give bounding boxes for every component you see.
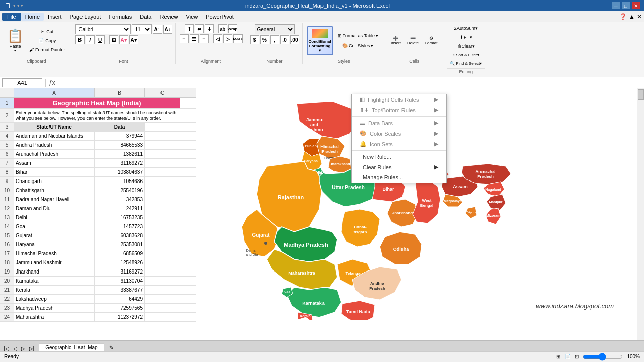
header-cell-data[interactable]: Data	[95, 123, 145, 131]
menu-page-layout[interactable]: Page Layout	[66, 13, 105, 21]
dropdown-item-colorscales[interactable]: 🎨 Color Scales ▶	[352, 128, 446, 139]
normal-view-icon[interactable]: ⊞	[556, 354, 560, 359]
minimize-button[interactable]: ─	[612, 2, 620, 9]
underline-button[interactable]: U	[96, 35, 105, 44]
dropdown-item-clearrules[interactable]: Clear Rules ▶	[352, 162, 446, 172]
tab-prev-button[interactable]: ◁	[12, 346, 19, 351]
data-cell[interactable]: 16753235	[95, 213, 145, 222]
cell-styles-button[interactable]: 🎨Cell Styles▾	[335, 42, 381, 50]
data-cell[interactable]: 1382611	[95, 150, 145, 158]
state-cell[interactable]: Goa	[14, 222, 95, 231]
find-select-button[interactable]: 🔍 Find & Select▾	[447, 60, 485, 67]
percent-button[interactable]: %	[260, 35, 269, 44]
format-as-table-button[interactable]: ⊞Format as Table▾	[335, 32, 381, 40]
data-cell[interactable]: 84665533	[95, 141, 145, 149]
comma-button[interactable]: ,	[270, 35, 279, 44]
decrease-font-button[interactable]: A↓	[163, 25, 172, 34]
menu-data[interactable]: Data	[136, 13, 155, 21]
align-top-button[interactable]: ⬆	[185, 24, 194, 33]
align-left-button[interactable]: ≡	[180, 34, 189, 43]
italic-button[interactable]: I	[86, 35, 95, 44]
minimize-ribbon-icon[interactable]: ▲	[629, 13, 635, 20]
menu-view[interactable]: View	[182, 13, 202, 21]
state-cell[interactable]: Daman and Diu	[14, 204, 95, 213]
data-cell[interactable]: 103804637	[95, 168, 145, 176]
tab-next-button[interactable]: ▷	[20, 346, 27, 351]
sheet-tab-main[interactable]: Geographic_Heat_Map	[39, 343, 104, 351]
state-cell[interactable]: Arunachal Pradesh	[14, 150, 95, 158]
col-header-c[interactable]: C	[145, 88, 180, 97]
data-cell[interactable]: 1457723	[95, 222, 145, 231]
font-size-select[interactable]: 11	[132, 24, 152, 34]
cut-button[interactable]: ✂Cut	[27, 28, 68, 36]
tab-last-button[interactable]: ▷|	[28, 346, 36, 351]
format-painter-button[interactable]: 🖌Format Painter	[27, 46, 68, 54]
data-cell[interactable]: 112372972	[95, 313, 145, 321]
align-middle-button[interactable]: ⬌	[195, 24, 204, 33]
font-family-select[interactable]: Calibri	[75, 24, 131, 34]
col-header-a[interactable]: A	[14, 88, 95, 97]
state-cell[interactable]: Gujarat	[14, 231, 95, 240]
merge-center-button[interactable]: M&C	[233, 34, 243, 43]
page-layout-icon[interactable]: 📄	[565, 354, 571, 359]
state-cell[interactable]: Kerala	[14, 286, 95, 294]
increase-decimal-button[interactable]: .00	[290, 35, 299, 44]
bold-button[interactable]: B	[75, 35, 85, 44]
state-cell[interactable]: Lakshadweep	[14, 295, 95, 303]
data-cell[interactable]: 64429	[95, 295, 145, 303]
menu-formulas[interactable]: Formulas	[105, 13, 136, 21]
maximize-button[interactable]: □	[622, 2, 630, 9]
data-cell[interactable]: 31169272	[95, 267, 145, 276]
page-break-icon[interactable]: ⊡	[575, 354, 579, 359]
menu-file[interactable]: File	[2, 13, 21, 21]
data-cell[interactable]: 12548926	[95, 258, 145, 267]
tab-first-button[interactable]: |◁	[2, 346, 11, 351]
name-box[interactable]	[2, 78, 42, 87]
state-cell[interactable]: Delhi	[14, 213, 95, 222]
sort-filter-button[interactable]: ↕ Sort & Filter▾	[450, 51, 481, 59]
menu-insert[interactable]: Insert	[44, 13, 66, 21]
data-cell[interactable]: 379944	[95, 132, 145, 140]
dropdown-item-newrule[interactable]: New Rule...	[352, 152, 446, 162]
state-cell[interactable]: Himachal Pradesh	[14, 249, 95, 258]
paste-button[interactable]: 📋 Paste ▾	[5, 26, 25, 56]
dropdown-item-managerules[interactable]: Manage Rules...	[352, 172, 446, 183]
data-cell[interactable]: 60383628	[95, 231, 145, 240]
increase-indent-button[interactable]: ▷	[223, 34, 232, 43]
data-cell[interactable]: 1054686	[95, 177, 145, 186]
close-ribbon-icon[interactable]: ✕	[637, 13, 642, 20]
conditional-formatting-button[interactable]: ConditionalFormatting ▾	[307, 26, 333, 55]
data-cell[interactable]: 72597565	[95, 304, 145, 312]
state-cell[interactable]: Andhra Pradesh	[14, 141, 95, 149]
insert-cells-button[interactable]: ➕Insert	[388, 34, 404, 47]
align-bottom-button[interactable]: ⬇	[205, 24, 214, 33]
data-cell[interactable]: 242911	[95, 204, 145, 213]
data-cell[interactable]: 25353081	[95, 240, 145, 249]
data-cell[interactable]: 33387677	[95, 286, 145, 294]
align-center-button[interactable]: ☰	[190, 34, 199, 43]
state-cell[interactable]: Madhya Pradesh	[14, 304, 95, 312]
title-cell[interactable]: Geographic Heat Map (India)	[14, 98, 180, 108]
state-cell[interactable]: Karnataka	[14, 277, 95, 285]
number-format-select[interactable]: General	[255, 24, 295, 34]
scrollbar-thumb[interactable]	[638, 89, 644, 100]
increase-font-button[interactable]: A↑	[153, 25, 162, 34]
state-cell[interactable]: Haryana	[14, 240, 95, 249]
copy-button[interactable]: 📄Copy	[27, 37, 68, 45]
vertical-scrollbar[interactable]	[637, 88, 644, 340]
state-cell[interactable]: Dadra and Nagar Haveli	[14, 195, 95, 204]
info-cell[interactable]: Enter your data below. The spelling of s…	[14, 109, 180, 122]
state-cell[interactable]: Jharkhand	[14, 267, 95, 276]
format-cells-button[interactable]: ⚙Format	[422, 34, 440, 47]
clear-button[interactable]: 🗑 Clear▾	[455, 42, 478, 50]
data-cell[interactable]: 342853	[95, 195, 145, 204]
text-angle-button[interactable]: ab	[218, 24, 227, 33]
header-cell-state[interactable]: State/UT Name	[14, 123, 95, 131]
state-cell[interactable]: Chandigarh	[14, 177, 95, 186]
borders-button[interactable]: ⊞	[109, 35, 118, 44]
data-cell[interactable]: 31169272	[95, 159, 145, 167]
state-cell[interactable]: Assam	[14, 159, 95, 167]
data-cell[interactable]: 25540196	[95, 186, 145, 195]
currency-button[interactable]: $	[250, 35, 259, 44]
decrease-decimal-button[interactable]: .0	[280, 35, 289, 44]
